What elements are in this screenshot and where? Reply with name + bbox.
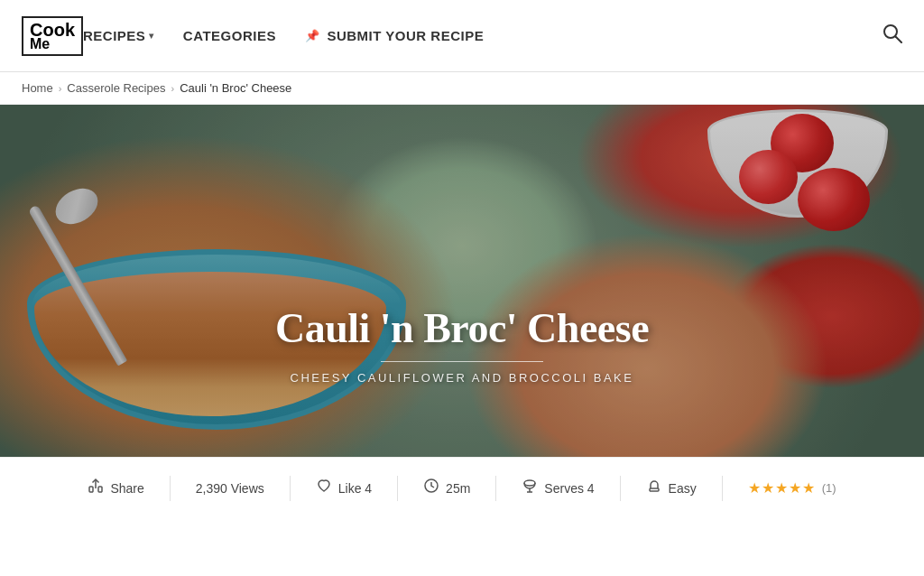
time-stat: 25m xyxy=(423,478,470,498)
stat-separator-3 xyxy=(397,476,398,501)
serves-stat: Serves 4 xyxy=(522,478,594,498)
breadcrumb: Home › Casserole Recipes › Cauli 'n Broc… xyxy=(0,72,924,105)
share-icon xyxy=(88,478,104,498)
time-label: 25m xyxy=(446,481,470,496)
nav-submit[interactable]: 📌 SUBMIT YOUR RECIPE xyxy=(305,28,484,43)
like-label: Like 4 xyxy=(338,481,372,496)
recipe-title: Cauli 'n Broc' Cheese xyxy=(0,304,924,352)
review-count: (1) xyxy=(822,481,836,495)
difficulty-label: Easy xyxy=(669,481,697,496)
stat-separator-5 xyxy=(620,476,621,501)
stat-separator-6 xyxy=(722,476,723,501)
breadcrumb-current: Cauli 'n Broc' Cheese xyxy=(180,81,291,95)
like-stat[interactable]: Like 4 xyxy=(316,478,372,498)
nav-recipes-label: RECIPES xyxy=(83,28,145,43)
svg-rect-3 xyxy=(98,487,102,492)
share-stat[interactable]: Share xyxy=(88,478,143,498)
search-button[interactable] xyxy=(882,23,902,49)
stats-bar: Share 2,390 Views Like 4 25m xyxy=(0,457,924,518)
hero-image: Cauli 'n Broc' Cheese CHEESY CAULIFLOWER… xyxy=(0,105,924,457)
rating-stat[interactable]: ★★★★★ (1) xyxy=(748,479,836,497)
hero-text-block: Cauli 'n Broc' Cheese CHEESY CAULIFLOWER… xyxy=(0,304,924,385)
views-label: 2,390 Views xyxy=(196,481,264,496)
stat-separator-2 xyxy=(290,476,291,501)
share-label: Share xyxy=(110,481,143,496)
breadcrumb-parent[interactable]: Casserole Recipes xyxy=(67,81,165,95)
nav-recipes[interactable]: RECIPES ▾ xyxy=(83,28,154,43)
serves-label: Serves 4 xyxy=(544,481,594,496)
difficulty-stat: Easy xyxy=(646,478,697,498)
hero-overlay xyxy=(0,105,924,457)
views-stat: 2,390 Views xyxy=(196,481,264,496)
hero-divider xyxy=(381,361,543,362)
pin-icon: 📌 xyxy=(305,29,320,42)
recipe-subtitle: CHEESY CAULIFLOWER AND BROCCOLI BAKE xyxy=(0,371,924,385)
svg-rect-8 xyxy=(650,488,659,491)
serving-icon xyxy=(522,478,538,498)
logo[interactable]: Cook Me xyxy=(22,16,83,56)
breadcrumb-sep-2: › xyxy=(171,83,174,94)
stat-separator-1 xyxy=(170,476,171,501)
nav-categories[interactable]: CATEGORIES xyxy=(183,28,276,43)
chevron-down-icon: ▾ xyxy=(149,31,154,41)
svg-point-5 xyxy=(524,480,535,486)
stat-separator-4 xyxy=(495,476,496,501)
svg-line-1 xyxy=(896,36,902,42)
nav-categories-label: CATEGORIES xyxy=(183,28,276,43)
site-header: Cook Me RECIPES ▾ CATEGORIES 📌 SUBMIT YO… xyxy=(0,0,924,72)
heart-icon xyxy=(316,478,332,498)
breadcrumb-home[interactable]: Home xyxy=(22,81,53,95)
breadcrumb-sep-1: › xyxy=(59,83,62,94)
chef-hat-icon xyxy=(646,478,662,498)
clock-icon xyxy=(423,478,439,498)
svg-rect-2 xyxy=(89,487,93,492)
nav-submit-label: SUBMIT YOUR RECIPE xyxy=(327,28,484,43)
main-nav: RECIPES ▾ CATEGORIES 📌 SUBMIT YOUR RECIP… xyxy=(83,28,882,43)
star-icons: ★★★★★ xyxy=(748,479,816,497)
